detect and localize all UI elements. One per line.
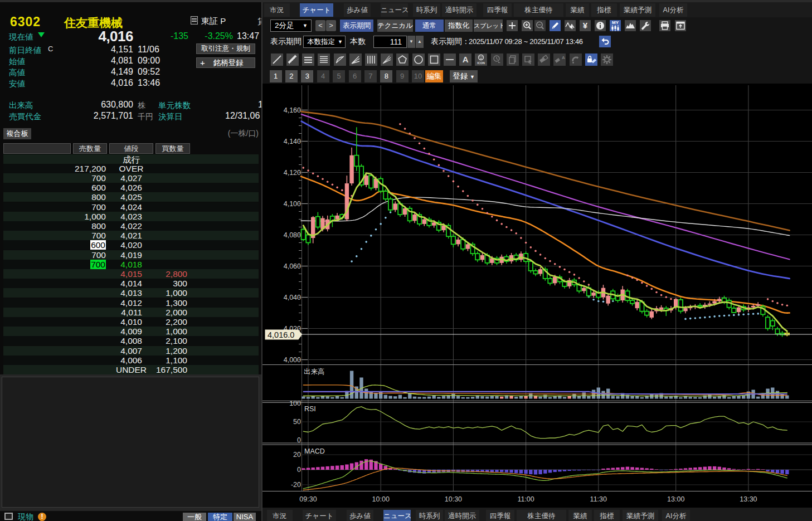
svg-text:10:30: 10:30 [445,495,462,503]
svg-text:ICON: ICON [478,61,485,65]
svg-text:13:30: 13:30 [740,495,757,503]
svg-text:A: A [562,55,565,60]
svg-text:20: 20 [293,451,301,459]
svg-text:0: 0 [297,436,301,444]
svg-text:MACD: MACD [304,447,325,455]
svg-text:4,016.0: 4,016.0 [268,330,294,339]
svg-text:50: 50 [293,418,301,426]
svg-text:4,080: 4,080 [284,231,301,239]
svg-text:4,120: 4,120 [284,169,301,177]
svg-text:4,100: 4,100 [284,200,301,208]
svg-text:100: 100 [289,400,301,407]
svg-text:4,140: 4,140 [284,138,301,145]
svg-text:-20: -20 [291,481,301,489]
svg-text:RSI: RSI [304,405,316,413]
svg-text:0: 0 [297,466,301,474]
svg-text:09:30: 09:30 [299,495,317,503]
svg-text:4,060: 4,060 [284,262,301,270]
svg-text:11:00: 11:00 [517,495,534,503]
svg-text:10:00: 10:00 [372,495,390,503]
svg-text:出来高: 出来高 [304,368,325,376]
svg-text:4,000: 4,000 [284,356,301,364]
svg-text:11:30: 11:30 [590,495,607,503]
svg-text:13:00: 13:00 [667,495,684,503]
svg-text:4,160: 4,160 [284,106,301,114]
svg-text:4,040: 4,040 [284,294,301,301]
